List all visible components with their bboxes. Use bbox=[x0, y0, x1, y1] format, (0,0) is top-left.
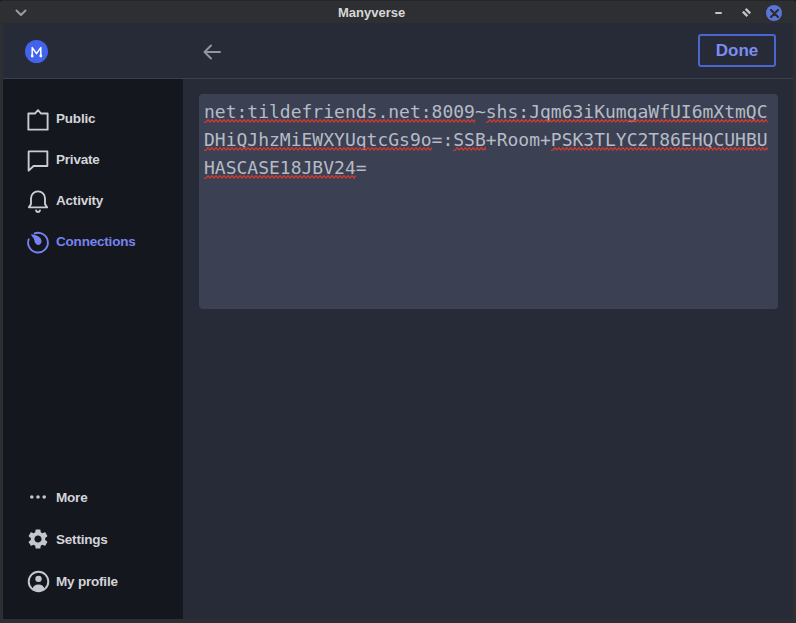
sidebar: Public Private bbox=[3, 79, 183, 619]
sidebar-item-my-profile[interactable]: My profile bbox=[3, 560, 183, 602]
gear-icon bbox=[28, 529, 48, 549]
app-window: Done Public bbox=[3, 23, 793, 619]
minimize-button[interactable] bbox=[715, 12, 722, 14]
body-row: Public Private bbox=[3, 79, 793, 619]
sidebar-item-label: My profile bbox=[56, 574, 118, 589]
sidebar-item-label: Public bbox=[56, 111, 95, 126]
sidebar-item-label: Settings bbox=[56, 532, 108, 547]
main-content: net:tildefriends.net:8009~shs:Jqm63iKumg… bbox=[183, 79, 793, 619]
message-bubble-icon bbox=[28, 150, 48, 170]
sidebar-item-settings[interactable]: Settings bbox=[3, 518, 183, 560]
invite-line: DHiQJhzMiEWXYUqtcGs9o=:SSB+Room+PSK3TLYC… bbox=[204, 126, 773, 154]
restore-button[interactable] bbox=[742, 8, 751, 17]
bell-icon bbox=[28, 191, 48, 211]
sidebar-item-private[interactable]: Private bbox=[3, 139, 183, 180]
ellipsis-icon bbox=[28, 487, 48, 507]
done-button[interactable]: Done bbox=[698, 34, 776, 67]
titlebar[interactable]: Manyverse bbox=[0, 0, 796, 23]
header-bar: Done bbox=[3, 23, 793, 79]
connections-dial-icon bbox=[28, 232, 48, 252]
bulletin-board-icon bbox=[28, 109, 48, 129]
sidebar-item-more[interactable]: More bbox=[3, 476, 183, 518]
invite-line: net:tildefriends.net:8009~shs:Jqm63iKumg… bbox=[204, 98, 773, 126]
sidebar-item-label: More bbox=[56, 490, 87, 505]
sidebar-item-activity[interactable]: Activity bbox=[3, 180, 183, 221]
manyverse-window: { "titlebar": { "title": "Manyverse", "i… bbox=[0, 0, 796, 623]
arrow-back-icon bbox=[203, 44, 221, 60]
manyverse-logo bbox=[25, 40, 48, 63]
close-icon bbox=[770, 9, 779, 18]
sidebar-bottom-group: More Settings bbox=[3, 476, 183, 602]
invite-code-textarea[interactable]: net:tildefriends.net:8009~shs:Jqm63iKumg… bbox=[199, 94, 778, 309]
sidebar-top-group: Public Private bbox=[3, 79, 183, 262]
sidebar-item-connections[interactable]: Connections bbox=[3, 221, 183, 262]
close-button[interactable] bbox=[766, 5, 782, 21]
sidebar-item-label: Private bbox=[56, 152, 100, 167]
window-title: Manyverse bbox=[338, 1, 405, 24]
chevron-down-icon[interactable] bbox=[15, 9, 27, 17]
sidebar-item-public[interactable]: Public bbox=[3, 98, 183, 139]
account-circle-icon bbox=[28, 571, 48, 591]
sidebar-item-label: Connections bbox=[56, 234, 136, 249]
back-button[interactable] bbox=[199, 39, 225, 65]
invite-line: HASCASE18JBV24= bbox=[204, 154, 773, 182]
sidebar-item-label: Activity bbox=[56, 193, 103, 208]
